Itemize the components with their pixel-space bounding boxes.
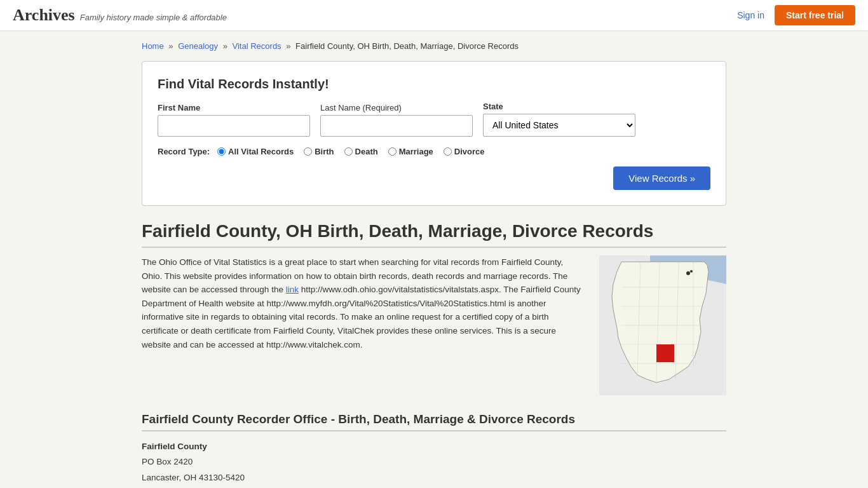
record-type-radio-divorce[interactable] — [444, 147, 452, 156]
section2-title: Fairfield County Recorder Office - Birth… — [142, 412, 726, 431]
record-type-options: All Vital RecordsBirthDeathMarriageDivor… — [217, 147, 484, 156]
record-type-radio-birth[interactable] — [304, 147, 312, 156]
form-actions: View Records » — [158, 166, 710, 190]
record-type-radio-all-vital-records[interactable] — [217, 147, 226, 156]
breadcrumb-sep3: » — [286, 41, 290, 51]
breadcrumb-genealogy[interactable]: Genealogy — [178, 41, 218, 51]
site-logo: Archives — [13, 6, 75, 25]
breadcrumb: Home » Genealogy » Vital Records » Fairf… — [142, 41, 726, 51]
address-line1: PO Box 2420 — [142, 454, 726, 470]
search-title: Find Vital Records Instantly! — [158, 77, 710, 92]
state-label: State — [483, 102, 635, 111]
first-name-group: First Name — [158, 103, 310, 137]
record-type-label-death: Death — [355, 147, 378, 156]
last-name-input[interactable] — [320, 115, 473, 137]
record-type-label-marriage: Marriage — [399, 147, 433, 156]
header: Archives Family history made simple & af… — [0, 0, 868, 31]
last-name-label: Last Name (Required) — [320, 103, 473, 112]
record-type-label-divorce: Divorce — [454, 147, 485, 156]
site-tagline: Family history made simple & affordable — [80, 13, 227, 22]
breadcrumb-home[interactable]: Home — [142, 41, 164, 51]
sign-in-link[interactable]: Sign in — [737, 10, 764, 20]
record-type-radio-death[interactable] — [344, 147, 353, 156]
view-records-button[interactable]: View Records » — [613, 166, 710, 190]
svg-point-13 — [686, 271, 690, 275]
first-name-input[interactable] — [158, 115, 310, 137]
record-type-option-all-vital-records: All Vital Records — [217, 147, 294, 156]
state-select[interactable]: All United StatesAlabamaAlaskaArizonaArk… — [483, 114, 635, 137]
content-section: The Ohio Office of Vital Statistics is a… — [142, 255, 726, 397]
first-name-label: First Name — [158, 103, 310, 112]
record-type-row: Record Type: All Vital RecordsBirthDeath… — [158, 147, 710, 156]
content-description: The Ohio Office of Vital Statistics is a… — [142, 255, 584, 397]
record-type-label-all-vital-records: All Vital Records — [228, 147, 294, 156]
hours: Hours of Operation: 8AM-4PM EST — [142, 485, 726, 488]
address-block: Fairfield County PO Box 2420 Lancaster, … — [142, 439, 726, 488]
record-type-label: Record Type: — [158, 147, 210, 156]
ohio-vital-stats-link[interactable]: link — [286, 285, 299, 294]
breadcrumb-vital-records[interactable]: Vital Records — [233, 41, 281, 51]
address-line2: Lancaster, OH 43130-5420 — [142, 470, 726, 485]
svg-rect-12 — [656, 344, 674, 362]
search-box: Find Vital Records Instantly! First Name… — [142, 61, 726, 206]
header-right: Sign in Start free trial — [737, 5, 855, 25]
record-type-option-marriage: Marriage — [388, 147, 433, 156]
breadcrumb-sep2: » — [223, 41, 227, 51]
record-type-label-birth: Birth — [315, 147, 334, 156]
header-left: Archives Family history made simple & af… — [13, 6, 227, 25]
breadcrumb-current: Fairfield County, OH Birth, Death, Marri… — [295, 41, 519, 51]
main-content: Home » Genealogy » Vital Records » Fairf… — [129, 31, 739, 488]
ohio-map — [599, 255, 726, 397]
record-type-radio-marriage[interactable] — [388, 147, 397, 156]
breadcrumb-sep1: » — [168, 41, 173, 51]
state-group: State All United StatesAlabamaAlaskaAriz… — [483, 102, 635, 137]
record-type-option-divorce: Divorce — [444, 147, 485, 156]
form-row-names: First Name Last Name (Required) State Al… — [158, 102, 710, 137]
office-name: Fairfield County — [142, 439, 726, 454]
record-type-option-birth: Birth — [304, 147, 334, 156]
page-title: Fairfield County, OH Birth, Death, Marri… — [142, 221, 726, 248]
svg-point-14 — [690, 270, 693, 273]
record-type-option-death: Death — [344, 147, 378, 156]
start-trial-button[interactable]: Start free trial — [775, 5, 855, 25]
last-name-group: Last Name (Required) — [320, 103, 473, 137]
